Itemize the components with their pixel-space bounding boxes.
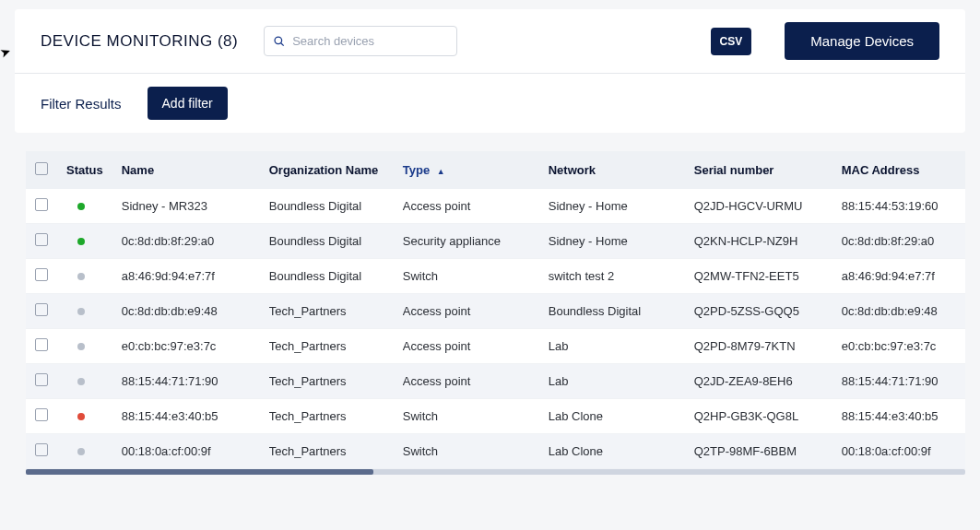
header-status[interactable]: Status bbox=[57, 151, 112, 189]
org-cell: Tech_Partners bbox=[260, 399, 394, 434]
serial-cell: Q2PD-8M79-7KTN bbox=[685, 329, 832, 364]
search-icon bbox=[273, 35, 286, 48]
add-filter-button[interactable]: Add filter bbox=[148, 87, 228, 120]
device-name-cell: a8:46:9d:94:e7:7f bbox=[112, 259, 260, 294]
header-org[interactable]: Organization Name bbox=[260, 151, 394, 189]
mac-cell: 88:15:44:53:19:60 bbox=[832, 189, 965, 224]
device-table-wrap: Status Name Organization Name Type ▲ Net… bbox=[26, 151, 965, 469]
network-cell: Lab Clone bbox=[539, 399, 685, 434]
header-name[interactable]: Name bbox=[112, 151, 260, 189]
type-cell: Access point bbox=[394, 329, 539, 364]
table-row: e0:cb:bc:97:e3:7cTech_PartnersAccess poi… bbox=[26, 329, 965, 364]
mac-cell: 88:15:44:71:71:90 bbox=[832, 364, 965, 399]
row-checkbox[interactable] bbox=[35, 373, 48, 386]
select-all-checkbox[interactable] bbox=[35, 162, 48, 175]
page-title: DEVICE MONITORING (8) bbox=[41, 32, 238, 51]
network-cell: Lab Clone bbox=[539, 434, 685, 469]
status-dot-gray bbox=[77, 308, 85, 315]
row-checkbox[interactable] bbox=[35, 233, 48, 246]
search-wrap bbox=[264, 26, 457, 56]
header-network[interactable]: Network bbox=[539, 151, 685, 189]
status-dot-gray bbox=[77, 273, 85, 280]
header-type[interactable]: Type ▲ bbox=[394, 151, 539, 189]
org-cell: Tech_Partners bbox=[260, 364, 394, 399]
serial-cell: Q2JD-HGCV-URMU bbox=[685, 189, 832, 224]
network-cell: Boundless Digital bbox=[539, 294, 685, 329]
row-checkbox[interactable] bbox=[35, 268, 48, 281]
table-row: 0c:8d:db:db:e9:48Tech_PartnersAccess poi… bbox=[26, 294, 965, 329]
manage-devices-button[interactable]: Manage Devices bbox=[785, 22, 939, 60]
header-checkbox-cell bbox=[26, 151, 57, 189]
table-row: Sidney - MR323Boundless DigitalAccess po… bbox=[26, 189, 965, 224]
network-cell: Lab bbox=[539, 364, 685, 399]
table-body: Sidney - MR323Boundless DigitalAccess po… bbox=[26, 189, 965, 469]
row-checkbox[interactable] bbox=[35, 303, 48, 316]
org-cell: Tech_Partners bbox=[260, 329, 394, 364]
table-row: a8:46:9d:94:e7:7fBoundless DigitalSwitch… bbox=[26, 259, 965, 294]
serial-cell: Q2JD-ZEA9-8EH6 bbox=[685, 364, 832, 399]
sort-asc-icon: ▲ bbox=[437, 167, 445, 176]
table-row: 88:15:44:e3:40:b5Tech_PartnersSwitchLab … bbox=[26, 399, 965, 434]
device-name-cell: Sidney - MR323 bbox=[112, 189, 260, 224]
filter-results-link[interactable]: Filter Results bbox=[41, 96, 122, 112]
table-header-row: Status Name Organization Name Type ▲ Net… bbox=[26, 151, 965, 189]
device-name-cell: 0c:8d:db:8f:29:a0 bbox=[112, 224, 260, 259]
mac-cell: 88:15:44:e3:40:b5 bbox=[832, 399, 965, 434]
org-cell: Tech_Partners bbox=[260, 434, 394, 469]
table-row: 0c:8d:db:8f:29:a0Boundless DigitalSecuri… bbox=[26, 224, 965, 259]
filter-bar: Filter Results Add filter bbox=[15, 74, 965, 133]
status-dot-red bbox=[77, 413, 85, 420]
device-name-cell: 88:15:44:e3:40:b5 bbox=[112, 399, 260, 434]
device-name-cell: e0:cb:bc:97:e3:7c bbox=[112, 329, 260, 364]
mac-cell: 0c:8d:db:8f:29:a0 bbox=[832, 224, 965, 259]
org-cell: Boundless Digital bbox=[260, 189, 394, 224]
org-cell: Boundless Digital bbox=[260, 224, 394, 259]
mac-cell: e0:cb:bc:97:e3:7c bbox=[832, 329, 965, 364]
network-cell: switch test 2 bbox=[539, 259, 685, 294]
serial-cell: Q2HP-GB3K-QG8L bbox=[685, 399, 832, 434]
network-cell: Sidney - Home bbox=[539, 189, 685, 224]
horizontal-scrollbar-thumb[interactable] bbox=[26, 469, 373, 475]
svg-line-1 bbox=[281, 42, 284, 45]
cursor-icon: ➤ bbox=[0, 42, 13, 60]
horizontal-scrollbar[interactable] bbox=[26, 469, 965, 475]
type-cell: Switch bbox=[394, 399, 539, 434]
status-dot-green bbox=[77, 203, 85, 210]
serial-cell: Q2TP-98MF-6BBM bbox=[685, 434, 832, 469]
header-serial[interactable]: Serial number bbox=[685, 151, 832, 189]
network-cell: Lab bbox=[539, 329, 685, 364]
row-checkbox[interactable] bbox=[35, 338, 48, 351]
device-name-cell: 0c:8d:db:db:e9:48 bbox=[112, 294, 260, 329]
mac-cell: 0c:8d:db:db:e9:48 bbox=[832, 294, 965, 329]
mac-cell: 00:18:0a:cf:00:9f bbox=[832, 434, 965, 469]
svg-point-0 bbox=[275, 37, 282, 44]
search-input[interactable] bbox=[264, 26, 457, 56]
row-checkbox[interactable] bbox=[35, 198, 48, 211]
status-dot-gray bbox=[77, 343, 85, 350]
status-dot-green bbox=[77, 238, 85, 245]
csv-button[interactable]: CSV bbox=[711, 28, 752, 55]
status-dot-gray bbox=[77, 448, 85, 455]
serial-cell: Q2KN-HCLP-NZ9H bbox=[685, 224, 832, 259]
table-row: 00:18:0a:cf:00:9fTech_PartnersSwitchLab … bbox=[26, 434, 965, 469]
row-checkbox[interactable] bbox=[35, 408, 48, 421]
device-name-cell: 88:15:44:71:71:90 bbox=[112, 364, 260, 399]
header-type-label: Type bbox=[403, 163, 430, 177]
serial-cell: Q2PD-5ZSS-GQQ5 bbox=[685, 294, 832, 329]
type-cell: Access point bbox=[394, 294, 539, 329]
type-cell: Access point bbox=[394, 189, 539, 224]
table-row: 88:15:44:71:71:90Tech_PartnersAccess poi… bbox=[26, 364, 965, 399]
device-table: Status Name Organization Name Type ▲ Net… bbox=[26, 151, 965, 469]
org-cell: Boundless Digital bbox=[260, 259, 394, 294]
mac-cell: a8:46:9d:94:e7:7f bbox=[832, 259, 965, 294]
type-cell: Access point bbox=[394, 364, 539, 399]
header-mac[interactable]: MAC Address bbox=[832, 151, 965, 189]
org-cell: Tech_Partners bbox=[260, 294, 394, 329]
status-dot-gray bbox=[77, 378, 85, 385]
serial-cell: Q2MW-TFN2-EET5 bbox=[685, 259, 832, 294]
top-bar: DEVICE MONITORING (8) CSV Manage Devices bbox=[15, 9, 965, 74]
type-cell: Switch bbox=[394, 259, 539, 294]
type-cell: Switch bbox=[394, 434, 539, 469]
device-name-cell: 00:18:0a:cf:00:9f bbox=[112, 434, 260, 469]
row-checkbox[interactable] bbox=[35, 443, 48, 456]
